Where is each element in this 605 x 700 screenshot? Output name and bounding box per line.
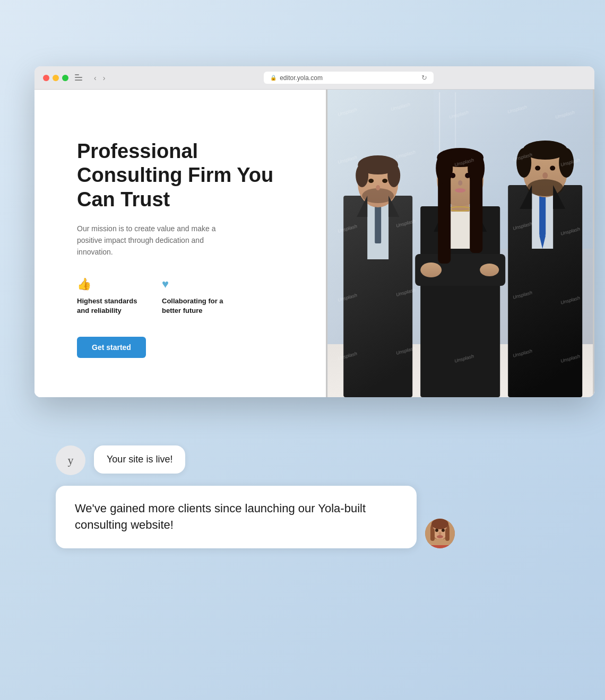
heart-icon: ♥ bbox=[162, 277, 226, 291]
browser-chrome: ‹ › 🔒 editor.yola.com ↻ bbox=[34, 66, 594, 90]
left-panel: Professional Consulting Firm You Can Tru… bbox=[34, 90, 326, 397]
svg-point-48 bbox=[465, 173, 470, 178]
svg-point-38 bbox=[480, 264, 499, 276]
sidebar-icon-line bbox=[75, 80, 82, 81]
user-avatar bbox=[425, 519, 455, 548]
site-live-bubble: Your site is live! bbox=[94, 445, 185, 474]
minimize-button[interactable] bbox=[53, 75, 59, 81]
svg-point-77 bbox=[431, 519, 448, 529]
svg-point-28 bbox=[550, 166, 555, 171]
feature-items: 👍 Highest standards and reliability ♥ Co… bbox=[77, 277, 299, 316]
svg-point-27 bbox=[535, 166, 540, 171]
svg-point-46 bbox=[468, 152, 485, 184]
maximize-button[interactable] bbox=[62, 75, 68, 81]
sidebar-icon-line bbox=[75, 77, 82, 78]
hero-subtitle: Our mission is to create value and make … bbox=[77, 223, 226, 258]
svg-point-47 bbox=[450, 173, 455, 178]
back-button[interactable]: ‹ bbox=[94, 74, 97, 82]
testimonial-text: We've gained more clients since launchin… bbox=[75, 501, 397, 533]
svg-point-13 bbox=[368, 179, 374, 183]
browser-window: ‹ › 🔒 editor.yola.com ↻ Professional Con… bbox=[34, 66, 594, 397]
lock-icon: 🔒 bbox=[270, 75, 276, 81]
chat-row-site-live: y Your site is live! bbox=[56, 445, 573, 475]
get-started-button[interactable]: Get started bbox=[77, 337, 146, 358]
traffic-lights bbox=[43, 75, 68, 81]
chat-container: y Your site is live! We've gained more c… bbox=[56, 445, 573, 548]
testimonial-bubble: We've gained more clients since launchin… bbox=[56, 486, 417, 548]
yola-avatar-letter: y bbox=[68, 453, 74, 467]
svg-point-50 bbox=[455, 188, 465, 192]
svg-point-10 bbox=[356, 164, 368, 187]
thumbs-up-icon: 👍 bbox=[77, 277, 141, 291]
browser-content: Professional Consulting Firm You Can Tru… bbox=[34, 90, 594, 397]
svg-point-37 bbox=[420, 262, 442, 277]
yola-avatar: y bbox=[56, 445, 85, 475]
address-bar[interactable]: 🔒 editor.yola.com ↻ bbox=[264, 72, 434, 84]
svg-point-11 bbox=[387, 164, 400, 187]
svg-point-45 bbox=[436, 152, 453, 184]
right-panel: Unsplash Unsplash Unsplash Unsplash Unsp… bbox=[326, 90, 594, 397]
svg-point-29 bbox=[542, 172, 548, 179]
svg-point-80 bbox=[435, 529, 438, 532]
svg-point-83 bbox=[437, 535, 443, 538]
svg-point-81 bbox=[442, 529, 445, 532]
svg-point-49 bbox=[458, 180, 462, 186]
close-button[interactable] bbox=[43, 75, 49, 81]
feature-label-1: Highest standards and reliability bbox=[77, 296, 141, 316]
svg-point-26 bbox=[527, 179, 563, 196]
hero-title: Professional Consulting Firm You Can Tru… bbox=[77, 139, 299, 212]
site-live-text: Your site is live! bbox=[107, 454, 172, 465]
forward-button[interactable]: › bbox=[103, 74, 106, 82]
reload-icon[interactable]: ↻ bbox=[421, 74, 427, 82]
sidebar-toggle-icon[interactable] bbox=[75, 74, 85, 82]
feature-item-1: 👍 Highest standards and reliability bbox=[77, 277, 141, 316]
svg-point-14 bbox=[382, 179, 387, 183]
feature-item-2: ♥ Collaborating for a better future bbox=[162, 277, 226, 316]
svg-rect-78 bbox=[430, 528, 435, 541]
team-photo: Unsplash Unsplash Unsplash Unsplash Unsp… bbox=[326, 90, 594, 397]
chat-row-testimonial: We've gained more clients since launchin… bbox=[56, 486, 573, 548]
svg-rect-85 bbox=[429, 545, 451, 548]
url-text: editor.yola.com bbox=[280, 74, 323, 82]
svg-point-82 bbox=[439, 532, 442, 535]
address-bar-wrapper: 🔒 editor.yola.com ↻ bbox=[111, 72, 586, 84]
chat-section: y Your site is live! We've gained more c… bbox=[34, 430, 594, 564]
feature-label-2: Collaborating for a better future bbox=[162, 296, 226, 316]
svg-point-15 bbox=[376, 185, 380, 190]
svg-rect-79 bbox=[445, 528, 450, 541]
sidebar-icon-line bbox=[75, 74, 79, 75]
